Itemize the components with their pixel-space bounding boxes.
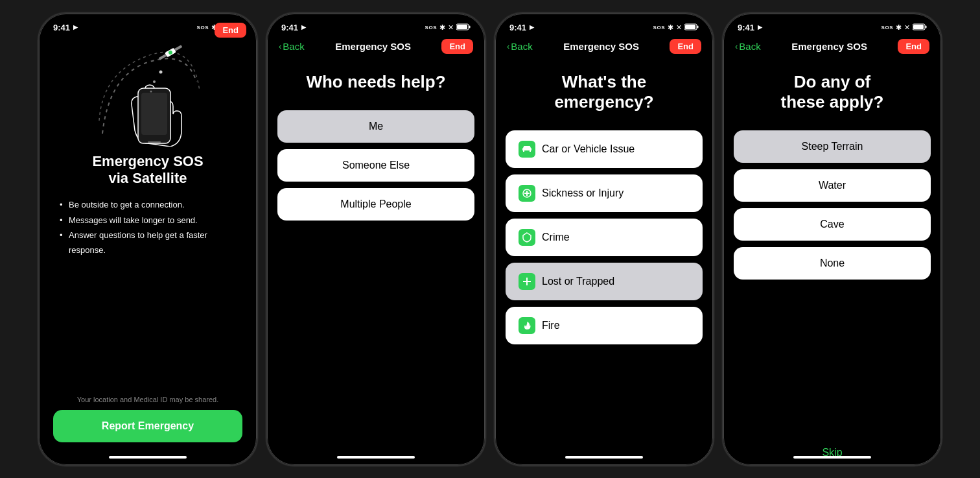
signal-icon-4: ✱: [896, 23, 902, 32]
svg-rect-21: [524, 193, 530, 194]
option-steep-terrain[interactable]: Steep Terrain: [734, 130, 931, 163]
phone-4: 9:41 ▶ SOS ✱ ✕ ‹ Back Emergency SOS End …: [722, 12, 942, 466]
svg-rect-17: [697, 25, 699, 28]
phones-container: 9:41 ▶ SOS ✱ ✕ End: [31, 6, 949, 473]
svg-rect-14: [469, 25, 471, 28]
option-steep-terrain-label: Steep Terrain: [747, 141, 918, 152]
nav-bar-3: ‹ Back Emergency SOS End: [495, 36, 713, 59]
phone-2: 9:41 ▶ SOS ✱ ✕ ‹ Back Emergency SOS End …: [266, 12, 486, 466]
sos-badge-3: SOS: [653, 25, 665, 30]
satellite-illustration: [89, 43, 206, 147]
medical-icon: [519, 185, 535, 202]
chevron-left-icon-4: ‹: [735, 42, 738, 51]
home-indicator-1: [109, 456, 187, 459]
status-bar-3: 9:41 ▶ SOS ✱ ✕: [495, 14, 713, 36]
option-none[interactable]: None: [734, 247, 931, 280]
back-button-4[interactable]: ‹ Back: [735, 41, 761, 52]
home-indicator-2: [337, 456, 415, 459]
option-lost[interactable]: Lost or Trapped: [506, 263, 703, 300]
question-title-4: Do any ofthese apply?: [734, 72, 931, 112]
end-button-4[interactable]: End: [898, 39, 929, 54]
status-icons-4: SOS ✱ ✕: [881, 23, 927, 32]
status-icons-2: SOS ✱ ✕: [425, 23, 471, 32]
time-1: 9:41 ▶: [53, 23, 78, 32]
bullet-3: Answer questions to help get a faster re…: [60, 228, 242, 258]
end-button-2[interactable]: End: [441, 39, 473, 54]
option-cave[interactable]: Cave: [734, 208, 931, 241]
location-note: Your location and Medical ID may be shar…: [77, 396, 219, 403]
option-me-label: Me: [290, 121, 461, 132]
option-crime[interactable]: Crime: [506, 219, 703, 256]
back-button-2[interactable]: ‹ Back: [279, 41, 305, 52]
nav-title-3: Emergency SOS: [563, 41, 639, 52]
question-screen-4: Do any ofthese apply? Steep Terrain Wate…: [723, 59, 941, 459]
svg-rect-18: [685, 25, 695, 29]
option-car-label: Car or Vehicle Issue: [542, 143, 635, 155]
svg-rect-23: [523, 281, 531, 282]
option-multiple-people[interactable]: Multiple People: [277, 188, 474, 221]
question-title-3: What's theemergency?: [506, 72, 703, 112]
time-4: 9:41 ▶: [738, 23, 762, 32]
option-water[interactable]: Water: [734, 169, 931, 202]
chevron-left-icon-3: ‹: [507, 42, 509, 51]
option-crime-label: Crime: [542, 232, 570, 243]
question-screen-3: What's theemergency? Car or Vehicle Issu…: [495, 59, 713, 459]
question-title-2: Who needs help?: [277, 72, 474, 92]
signal-icon-2: ✱: [439, 23, 445, 32]
svg-rect-9: [148, 141, 161, 143]
svg-rect-5: [174, 45, 182, 51]
option-none-label: None: [747, 257, 918, 269]
car-icon: [519, 141, 535, 158]
signal-icon-3: ✱: [668, 23, 673, 32]
nav-bar-4: ‹ Back Emergency SOS End: [723, 36, 941, 59]
time-2: 9:41 ▶: [281, 23, 306, 32]
nav-bar-2: ‹ Back Emergency SOS End: [267, 36, 485, 59]
time-3: 9:41 ▶: [509, 23, 534, 32]
question-screen-2: Who needs help? Me Someone Else Multiple…: [267, 59, 485, 459]
status-bar-4: 9:41 ▶ SOS ✱ ✕: [723, 14, 941, 36]
bullet-2: Messages will take longer to send.: [60, 213, 242, 228]
option-fire-label: Fire: [542, 320, 560, 331]
sos-badge-1: SOS: [197, 25, 209, 30]
crime-icon: [519, 229, 535, 246]
bullet-1: Be outside to get a connection.: [60, 197, 242, 212]
phone-1: 9:41 ▶ SOS ✱ ✕ End: [38, 12, 258, 466]
svg-rect-8: [141, 93, 167, 135]
location-arrow-3: ▶: [530, 24, 534, 30]
option-someone-else[interactable]: Someone Else: [277, 149, 474, 182]
option-sickness[interactable]: Sickness or Injury: [506, 174, 703, 212]
wifi-icon-4: ✕: [904, 23, 910, 32]
option-fire[interactable]: Fire: [506, 307, 703, 344]
option-water-label: Water: [747, 180, 918, 191]
option-sickness-label: Sickness or Injury: [542, 187, 624, 199]
sos-badge-2: SOS: [425, 25, 437, 30]
svg-point-10: [159, 70, 163, 73]
option-me[interactable]: Me: [277, 110, 474, 143]
nav-title-4: Emergency SOS: [791, 41, 867, 52]
status-icons-3: SOS ✱ ✕: [653, 23, 699, 32]
option-car[interactable]: Car or Vehicle Issue: [506, 130, 703, 168]
phone1-content: Emergency SOSvia Satellite Be outside to…: [39, 36, 257, 455]
nav-title-2: Emergency SOS: [335, 41, 411, 52]
battery-icon-3: [684, 23, 699, 32]
phone1-title: Emergency SOSvia Satellite: [92, 153, 203, 187]
option-cave-label: Cave: [747, 219, 918, 230]
svg-point-11: [153, 80, 156, 83]
end-button-1[interactable]: End: [215, 23, 246, 38]
phone-3: 9:41 ▶ SOS ✱ ✕ ‹ Back Emergency SOS End …: [494, 12, 714, 466]
chevron-left-icon-2: ‹: [279, 42, 281, 51]
location-arrow-4: ▶: [758, 24, 762, 30]
report-emergency-button[interactable]: Report Emergency: [53, 410, 242, 442]
lost-icon: [519, 273, 535, 290]
sos-badge-4: SOS: [881, 25, 893, 30]
end-button-3[interactable]: End: [670, 39, 701, 54]
fire-icon: [519, 317, 535, 334]
location-arrow-2: ▶: [301, 24, 306, 30]
svg-rect-25: [926, 25, 927, 28]
back-button-3[interactable]: ‹ Back: [507, 41, 533, 52]
option-lost-label: Lost or Trapped: [542, 276, 614, 287]
svg-rect-15: [457, 25, 467, 29]
status-bar-2: 9:41 ▶ SOS ✱ ✕: [267, 14, 485, 36]
wifi-icon-3: ✕: [676, 23, 682, 32]
phone1-bullets: Be outside to get a connection. Messages…: [53, 197, 242, 258]
